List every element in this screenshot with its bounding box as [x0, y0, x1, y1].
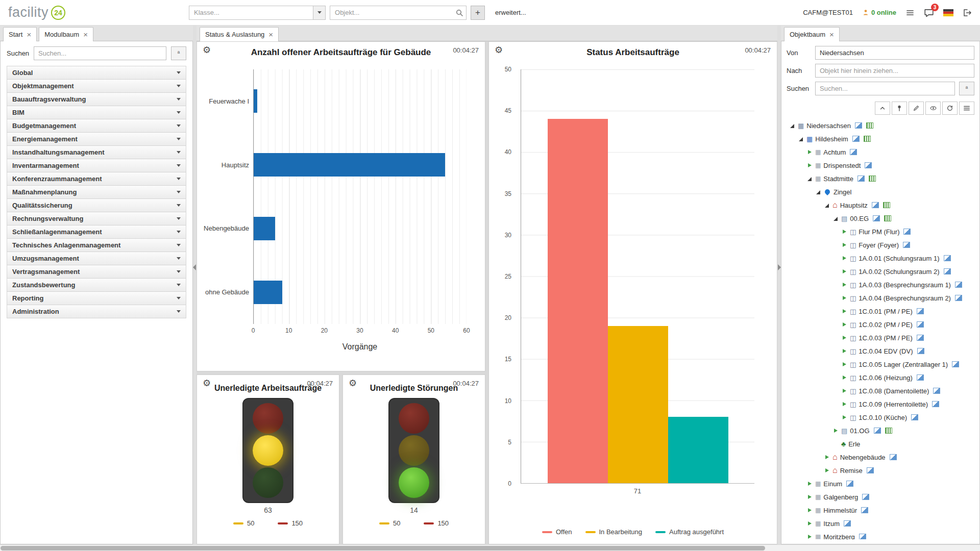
view-button[interactable] — [925, 102, 941, 115]
image-badge-icon[interactable] — [873, 215, 880, 221]
expand-arrow-icon[interactable] — [807, 494, 813, 500]
expand-arrow-icon[interactable] — [842, 229, 847, 235]
image-badge-icon[interactable] — [859, 534, 866, 539]
module-item[interactable]: Rechnungsverwaltung — [7, 212, 186, 226]
settings-gear-icon[interactable]: ⚙ — [349, 379, 357, 388]
refresh-button[interactable] — [942, 102, 958, 115]
tree-node[interactable]: ◫Flur PM (Flur) — [787, 225, 974, 238]
collapse-left-panel-handle[interactable] — [193, 264, 196, 270]
pin-button[interactable] — [892, 102, 907, 115]
tree-node[interactable]: ♣Erle — [787, 437, 974, 450]
tree-node[interactable]: ◫1A.0.02 (Schulungsraum 2) — [787, 265, 974, 278]
tree-node[interactable]: ▦Einum — [787, 477, 974, 490]
close-icon[interactable] — [829, 31, 834, 38]
module-search-input[interactable] — [34, 46, 166, 60]
module-item[interactable]: Inventarmanagement — [7, 159, 186, 172]
module-item[interactable]: Budgetmanagement — [7, 119, 186, 133]
tab-modulbaum[interactable]: Modulbaum — [39, 27, 93, 41]
image-badge-icon[interactable] — [917, 348, 924, 354]
tab-start[interactable]: Start — [3, 27, 37, 41]
image-badge-icon[interactable] — [855, 122, 862, 129]
settings-gear-icon[interactable]: ⚙ — [495, 45, 503, 55]
expand-arrow-icon[interactable] — [807, 481, 813, 487]
image-badge-icon[interactable] — [857, 176, 865, 182]
chart-badge-icon[interactable] — [869, 176, 876, 182]
collapse-arrow-icon[interactable] — [807, 176, 813, 182]
collapse-arrow-icon[interactable] — [790, 123, 795, 129]
module-item[interactable]: Schließanlagenmanagement — [7, 225, 186, 239]
module-item[interactable]: Instandhaltungsmanagement — [7, 145, 186, 159]
tree-node[interactable]: ▦Stadtmitte — [787, 172, 974, 185]
chart-badge-icon[interactable] — [885, 428, 892, 434]
expand-arrow-icon[interactable] — [807, 163, 813, 168]
search-options-button[interactable]: ª — [171, 46, 186, 60]
close-icon[interactable] — [27, 31, 31, 38]
image-badge-icon[interactable] — [861, 507, 868, 513]
chart-badge-icon[interactable] — [884, 215, 891, 221]
image-badge-icon[interactable] — [872, 202, 879, 208]
menu-icon[interactable] — [905, 9, 915, 17]
objekt-search-input[interactable] — [330, 9, 453, 16]
tree-menu-button[interactable] — [959, 102, 974, 115]
image-badge-icon[interactable] — [852, 136, 860, 142]
chevron-down-icon[interactable] — [313, 6, 325, 19]
tree-node[interactable]: ◫1C.0.10 (Küche) — [787, 411, 974, 424]
expand-arrow-icon[interactable] — [824, 455, 830, 460]
image-badge-icon[interactable] — [944, 268, 951, 274]
image-badge-icon[interactable] — [955, 282, 962, 288]
module-item[interactable]: Zustandsbewertung — [7, 278, 186, 292]
tree-search-input[interactable] — [815, 82, 955, 95]
expand-arrow-icon[interactable] — [833, 428, 839, 434]
module-item[interactable]: Qualitätssicherung — [7, 198, 186, 212]
tree-node[interactable]: ◫1C.0.09 (Herrentoilette) — [787, 397, 974, 411]
tree-node[interactable]: ◫1C.0.06 (Heizung) — [787, 371, 974, 384]
tree-node[interactable]: ◫1C.0.02 (PM / PE) — [787, 318, 974, 331]
image-badge-icon[interactable] — [955, 295, 962, 301]
image-badge-icon[interactable] — [865, 162, 872, 168]
collapse-all-button[interactable] — [875, 102, 890, 115]
module-item[interactable]: Objektmanagement — [7, 79, 186, 93]
von-input[interactable] — [815, 46, 974, 60]
module-item[interactable]: Konferenzraummanagement — [7, 172, 186, 186]
horizontal-scrollbar[interactable] — [0, 544, 980, 551]
module-item[interactable]: BIM — [7, 106, 186, 119]
module-item[interactable]: Maßnahmenplanung — [7, 185, 186, 199]
expand-arrow-icon[interactable] — [842, 256, 847, 261]
tree-node[interactable]: ◫Foyer (Foyer) — [787, 238, 974, 252]
image-badge-icon[interactable] — [846, 481, 853, 487]
collapse-arrow-icon[interactable] — [833, 216, 839, 221]
image-badge-icon[interactable] — [944, 255, 951, 261]
expand-arrow-icon[interactable] — [842, 375, 847, 381]
tree-node[interactable]: ◫1A.0.01 (Schulungsraum 1) — [787, 252, 974, 265]
image-badge-icon[interactable] — [890, 454, 897, 460]
image-badge-icon[interactable] — [903, 242, 910, 248]
collapse-right-panel-handle[interactable] — [778, 264, 781, 270]
module-item[interactable]: Energiemanagement — [7, 132, 186, 146]
expand-arrow-icon[interactable] — [842, 322, 847, 328]
module-item[interactable]: Bauauftragsverwaltung — [7, 92, 186, 106]
tree-node[interactable]: ⌂Nebengebäude — [787, 450, 974, 464]
collapse-arrow-icon[interactable] — [798, 136, 804, 142]
chart-badge-icon[interactable] — [866, 122, 873, 129]
image-badge-icon[interactable] — [952, 361, 959, 367]
image-badge-icon[interactable] — [867, 467, 874, 473]
add-search-button[interactable]: + — [471, 6, 485, 20]
tree-node[interactable]: ▦Hildesheim — [787, 132, 974, 145]
tree-node[interactable]: ◫1A.0.04 (Besprechungsraum 2) — [787, 291, 974, 305]
image-badge-icon[interactable] — [850, 149, 857, 155]
tree-node[interactable]: ▤01.OG — [787, 424, 974, 437]
expand-arrow-icon[interactable] — [842, 388, 847, 394]
nach-input[interactable] — [815, 64, 974, 78]
tree-node[interactable]: ◫1C.0.05 Lager (Zentrallager 1) — [787, 358, 974, 371]
tree-node[interactable]: ⌂Remise — [787, 464, 974, 477]
expand-arrow-icon[interactable] — [842, 295, 847, 301]
collapse-arrow-icon[interactable] — [816, 189, 821, 195]
tree-node[interactable]: Zingel — [787, 185, 974, 198]
image-badge-icon[interactable] — [932, 401, 939, 407]
tree-node[interactable]: ◫1A.0.03 (Besprechungsraum 1) — [787, 278, 974, 291]
module-item[interactable]: Vertragsmanagement — [7, 265, 186, 279]
module-item[interactable]: Technisches Anlagenmanagement — [7, 238, 186, 252]
image-badge-icon[interactable] — [903, 229, 911, 235]
tree-node[interactable]: ⌂Hauptsitz — [787, 198, 974, 212]
module-item[interactable]: Global — [7, 66, 186, 80]
